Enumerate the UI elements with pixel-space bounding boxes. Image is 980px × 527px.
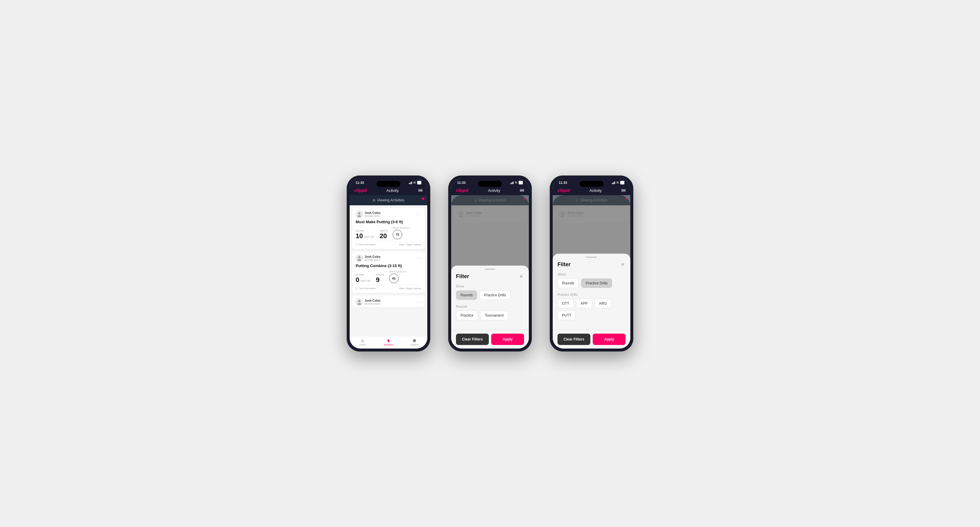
apply-btn-2[interactable]: Apply — [593, 333, 625, 345]
clear-filters-btn-2[interactable]: Clear Filters — [557, 333, 590, 345]
card-user-2: Josh Coles 28 Feb 2023 — [356, 254, 380, 262]
filter-modal-2: Filter ✕ Show Rounds Practice Drills Pra… — [553, 254, 630, 349]
card-menu-1[interactable]: ··· — [417, 212, 421, 217]
status-icons-3: ⌘ 51 — [612, 181, 624, 184]
activity-card-1[interactable]: Josh Coles 28 Feb 2023 ··· Must Make Put… — [352, 208, 425, 249]
svg-point-5 — [358, 303, 361, 305]
filter-modal-1: Filter ✕ Show Rounds Practice Drills Rou… — [451, 265, 529, 349]
rounds-btn-2[interactable]: Rounds — [557, 278, 579, 288]
phones-container: 11:33 ⌘ 51 clippd Activity — [347, 175, 633, 352]
modal-header-2: Filter ✕ — [553, 258, 630, 270]
sq-badge-1: 75 — [393, 230, 402, 239]
app-logo-3: clippd — [557, 188, 570, 193]
avatar-1 — [356, 211, 363, 218]
tab-bar-1: ⌂ Home ♞ Activities ⊕ Capture — [350, 336, 427, 349]
user-name-1: Josh Coles — [364, 211, 380, 214]
modal-close-1[interactable]: ✕ — [518, 274, 524, 279]
sq-badge-2: 45 — [389, 274, 399, 283]
screen-content-1: ⊞ Viewing Activities — [350, 195, 427, 336]
activity-card-3[interactable]: Josh Coles 28 Feb 2023 ··· — [352, 295, 425, 307]
score-value-1: 10 — [356, 233, 363, 239]
signal-icon-2 — [510, 181, 514, 184]
card-user-3: Josh Coles 28 Feb 2023 — [356, 298, 380, 306]
info-icon-2: ⓘ — [356, 287, 358, 290]
screen-content-2: ⊞ Viewing Activities — [451, 195, 529, 349]
menu-icon-1[interactable] — [418, 189, 423, 192]
card-menu-2[interactable]: ··· — [417, 256, 421, 260]
app-btn[interactable]: APP — [576, 299, 592, 308]
clear-filters-btn-1[interactable]: Clear Filters — [456, 333, 489, 345]
shots-stat-2: Shots 9 — [376, 273, 384, 283]
apply-btn-1[interactable]: Apply — [491, 333, 524, 345]
card-user-info-1: Josh Coles 28 Feb 2023 — [364, 211, 380, 217]
nav-bar-1: clippd Activity — [350, 186, 427, 195]
capture-label-1: Capture — [410, 343, 418, 346]
filter-modal-overlay-2: Filter ✕ Show Rounds Practice Drills Pra… — [553, 195, 630, 349]
card-footer-2: ⓘ Test Information Data: Clippd Capture — [356, 285, 421, 290]
data-source-2: Data: Clippd Capture — [399, 287, 421, 290]
nav-bar-3: clippd Activity — [553, 186, 630, 195]
user-name-2: Josh Coles — [364, 255, 380, 259]
score-stat-2: Score 0 OUT OF — [356, 273, 371, 283]
tab-home-1[interactable]: ⌂ Home — [350, 338, 375, 346]
practice-round-btn-1[interactable]: Practice — [456, 311, 478, 320]
practice-drills-btn-1[interactable]: Practice Drills — [480, 290, 510, 300]
arg-btn[interactable]: ARG — [595, 299, 611, 308]
out-of-2: OUT OF — [360, 279, 371, 282]
out-of-1: OUT OF — [364, 235, 374, 238]
show-label-1: Show — [456, 284, 524, 288]
show-buttons-1: Rounds Practice Drills — [456, 290, 524, 300]
activities-icon-1: ♞ — [387, 338, 391, 343]
tab-capture-1[interactable]: ⊕ Capture — [401, 338, 427, 346]
battery-icon-2: 51 — [519, 181, 523, 184]
svg-point-4 — [358, 300, 360, 302]
status-time-1: 11:33 — [356, 181, 364, 184]
card-title-2: Putting Combine (3-15 ft) — [356, 264, 421, 268]
score-label-2: Score — [356, 273, 371, 276]
svg-point-0 — [358, 212, 360, 214]
filter-modal-overlay-1: Filter ✕ Show Rounds Practice Drills Rou… — [451, 195, 529, 349]
ott-btn[interactable]: OTT — [557, 299, 574, 308]
app-logo-1: clippd — [355, 188, 367, 193]
card-header-1: Josh Coles 28 Feb 2023 ··· — [356, 211, 421, 218]
user-date-1: 28 Feb 2023 — [364, 214, 380, 217]
practice-drills-btn-2[interactable]: Practice Drills — [581, 278, 612, 288]
phone-3: 11:33 ⌘ 51 clippd Activity — [550, 175, 633, 352]
tab-activities-1[interactable]: ♞ Activities — [375, 338, 402, 346]
score-label-1: Score — [356, 230, 375, 232]
tournament-btn-1[interactable]: Tournament — [480, 311, 508, 320]
battery-icon-3: 51 — [620, 181, 624, 184]
activities-label-1: Activities — [384, 343, 393, 346]
shots-label-2: Shots — [376, 273, 384, 276]
card-user-info-3: Josh Coles 28 Feb 2023 — [364, 299, 380, 305]
svg-point-2 — [358, 256, 360, 259]
show-buttons-2: Rounds Practice Drills — [557, 278, 625, 288]
status-icons-1: ⌘ 51 — [409, 181, 421, 184]
signal-icon — [409, 181, 412, 184]
user-date-3: 28 Feb 2023 — [364, 302, 380, 305]
card-stats-2: Score 0 OUT OF Shots 9 — [356, 270, 421, 283]
rounds-btn-1[interactable]: Rounds — [456, 290, 477, 300]
user-date-2: 28 Feb 2023 — [364, 259, 380, 262]
putt-btn[interactable]: PUTT — [557, 311, 576, 320]
svg-point-1 — [358, 215, 361, 217]
status-time-3: 11:33 — [559, 181, 567, 184]
menu-icon-3[interactable] — [621, 189, 625, 192]
card-footer-1: ⓘ Test Information Data: Clippd Capture — [356, 241, 421, 246]
menu-icon-2[interactable] — [520, 189, 524, 192]
wifi-icon: ⌘ — [413, 181, 416, 184]
card-header-2: Josh Coles 28 Feb 2023 ··· — [356, 254, 421, 262]
viewing-bar-text-1: Viewing Activities — [377, 198, 405, 202]
card-menu-3[interactable]: ··· — [417, 300, 421, 305]
rounds-label-1: Rounds — [456, 305, 524, 308]
viewing-bar-1[interactable]: ⊞ Viewing Activities — [350, 195, 427, 205]
drills-buttons-2: OTT APP ARG PUTT — [557, 299, 625, 320]
nav-title-2: Activity — [488, 188, 500, 193]
cards-area-1: Josh Coles 28 Feb 2023 ··· Must Make Put… — [350, 205, 427, 336]
card-header-3: Josh Coles 28 Feb 2023 ··· — [356, 298, 421, 306]
home-label-1: Home — [360, 343, 366, 346]
modal-close-2[interactable]: ✕ — [620, 262, 625, 268]
modal-title-1: Filter — [456, 273, 469, 279]
dynamic-island-3 — [579, 181, 603, 187]
activity-card-2[interactable]: Josh Coles 28 Feb 2023 ··· Putting Combi… — [352, 252, 425, 293]
